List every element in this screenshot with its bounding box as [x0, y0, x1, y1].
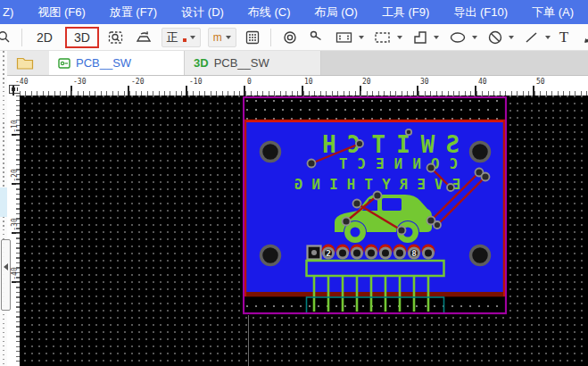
ruler-label: 40	[478, 78, 487, 86]
chevron-down-icon[interactable]	[397, 36, 402, 39]
unit-dropdown[interactable]: m	[208, 28, 236, 47]
tab-label: PCB__SW	[76, 56, 131, 70]
ruler-label: -20	[11, 165, 19, 187]
text-tool-icon[interactable]: T	[558, 28, 570, 47]
menu-item-edit[interactable]: Z)	[3, 5, 13, 19]
header-pads: 2 8	[308, 245, 435, 260]
view-side-dropdown[interactable]: 正	[161, 28, 201, 47]
zoom-icon[interactable]	[0, 29, 13, 46]
polygon-tool-icon[interactable]	[410, 29, 431, 46]
ruler-label: 50	[536, 78, 545, 86]
chevron-down-icon	[190, 36, 195, 39]
chevron-down-icon[interactable]	[545, 36, 551, 39]
panel-expand-handle[interactable]	[1, 239, 11, 311]
splitter-highlight	[0, 187, 7, 217]
pcb-file-icon	[58, 57, 70, 70]
board-bottom-margin	[245, 299, 504, 312]
pcb-editor-window: Z) 视图 (F6) 放置 (F7) 设计 (D) 布线 (C) 布局 (O) …	[0, 0, 588, 366]
menu-item-export[interactable]: 导出 (F10)	[453, 4, 508, 21]
project-folder-area[interactable]	[0, 51, 49, 75]
pcb-board-3d-view: SWITCH CONNECT EVERYTHING	[243, 96, 507, 315]
ruler-label: -30	[73, 78, 86, 86]
ruler-label: -40	[15, 78, 28, 86]
menu-item-tools[interactable]: 工具 (F9)	[382, 4, 429, 21]
ruler-label: -10	[189, 78, 202, 86]
ruler-label: 0	[247, 78, 252, 86]
folder-icon	[16, 56, 34, 71]
ruler-label: 20	[362, 78, 371, 86]
chevron-down-icon	[226, 36, 231, 39]
menu-item-design[interactable]: 设计 (D)	[181, 4, 224, 21]
pad-number-8: 8	[411, 248, 417, 258]
silkscreen-text-connect: CONNECT	[329, 155, 458, 172]
menu-item-order[interactable]: 下单 (A)	[532, 4, 574, 21]
ruler-label: -30	[11, 214, 19, 236]
ruler-label: 30	[420, 78, 429, 86]
ruler-label: -20	[131, 78, 144, 86]
chevron-down-icon[interactable]	[434, 36, 439, 39]
tab-3d-prefix: 3D	[194, 56, 209, 70]
ellipse-tool-icon[interactable]	[446, 29, 469, 46]
red-dot-icon	[183, 38, 186, 42]
select-region-tool-icon[interactable]	[371, 29, 394, 46]
vertical-ruler: -10 -20 -30 -40	[7, 96, 20, 366]
line-tool-icon[interactable]	[521, 29, 542, 46]
keepout-tool-icon[interactable]	[484, 28, 506, 47]
toolbar-separator	[270, 29, 271, 46]
menu-item-route[interactable]: 布线 (C)	[248, 4, 291, 21]
ruler-label: -40	[11, 263, 19, 285]
silkscreen-text-everything: EVERYTHING	[286, 176, 460, 193]
unit-value: m	[213, 31, 222, 44]
arrow-left-icon	[4, 263, 8, 270]
tab-pcb-2d[interactable]: PCB__SW	[49, 51, 185, 75]
toolbar: 2D 3D 正 m	[0, 24, 588, 51]
grid-settings-icon[interactable]	[243, 29, 262, 46]
ruler-label: -10	[11, 116, 19, 137]
viewport-guide-line	[248, 315, 249, 366]
menu-item-place[interactable]: 放置 (F7)	[110, 4, 157, 21]
view-2d-button[interactable]: 2D	[29, 29, 60, 46]
pad-number-2: 2	[326, 248, 331, 258]
toolbar-separator	[21, 29, 22, 46]
menu-item-view[interactable]: 视图 (F6)	[37, 4, 85, 21]
via-tool-icon[interactable]	[279, 28, 301, 47]
car-window	[382, 198, 402, 211]
testpoint-tool-icon[interactable]	[306, 29, 327, 46]
ruler-label: 10	[304, 78, 313, 86]
zoom-selection-icon[interactable]	[105, 29, 127, 46]
pad-rect-tool-icon[interactable]	[333, 29, 356, 46]
board-edge-bottom	[246, 292, 503, 296]
document-tab-bar: PCB__SW 3D PCB__SW	[0, 51, 588, 76]
chevron-down-icon[interactable]	[472, 36, 477, 39]
view-3d-button[interactable]: 3D	[65, 27, 99, 48]
board-top-margin	[245, 99, 504, 120]
tab-label: PCB__SW	[214, 56, 269, 70]
tab-pcb-3d[interactable]: 3D PCB__SW	[185, 51, 321, 75]
pcb-3d-canvas[interactable]: SWITCH CONNECT EVERYTHING	[20, 96, 588, 366]
chevron-down-icon[interactable]	[359, 36, 364, 39]
left-panel-splitter[interactable]	[0, 51, 7, 366]
chevron-down-icon[interactable]	[509, 36, 514, 39]
menu-bar: Z) 视图 (F6) 放置 (F7) 设计 (D) 布线 (C) 布局 (O) …	[0, 0, 588, 24]
view-side-value: 正	[167, 29, 178, 46]
menu-item-layout[interactable]: 布局 (O)	[315, 4, 358, 21]
horizontal-ruler: -40 -30 -20 -10 0 10 20 30 40 50	[20, 76, 588, 96]
rotate-3d-icon[interactable]	[132, 29, 155, 46]
dimension-tool-icon[interactable]	[580, 29, 588, 46]
